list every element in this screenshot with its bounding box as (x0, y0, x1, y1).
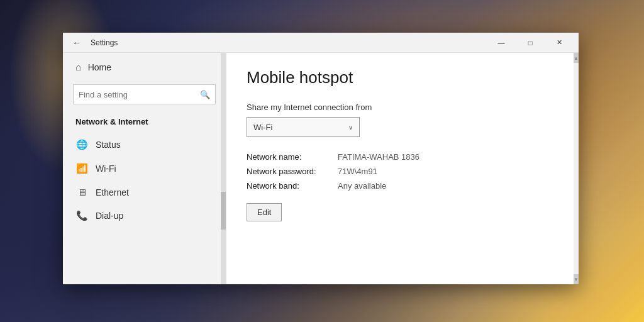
edit-button[interactable]: Edit (247, 203, 282, 221)
status-icon: 🌐 (75, 139, 88, 150)
network-band-key: Network band: (247, 181, 338, 191)
sidebar-item-dialup[interactable]: 📞 Dial-up (63, 204, 226, 228)
ethernet-label: Ethernet (96, 187, 129, 197)
sidebar: ⌂ Home 🔍 Network & Internet 🌐 Status 📶 W… (63, 53, 226, 284)
title-bar: ← Settings — □ ✕ (63, 33, 579, 53)
sidebar-category: Network & Internet (63, 112, 226, 133)
dialup-icon: 📞 (75, 210, 88, 221)
scroll-down-arrow[interactable]: ▼ (574, 274, 579, 284)
ethernet-icon: 🖥 (75, 187, 88, 197)
home-item[interactable]: ⌂ Home (63, 53, 226, 82)
sidebar-item-status[interactable]: 🌐 Status (63, 133, 226, 157)
search-input[interactable] (79, 90, 196, 99)
network-password-key: Network password: (247, 167, 338, 176)
share-connection-label: Share my Internet connection from (247, 103, 558, 112)
dropdown-arrow-icon: ∨ (348, 124, 353, 131)
connection-source-dropdown[interactable]: Wi-Fi ∨ (247, 117, 360, 137)
back-button[interactable]: ← (68, 34, 86, 52)
window-title: Settings (91, 38, 487, 47)
page-title: Mobile hotspot (247, 68, 558, 87)
network-info-section: Network name: FATIMA-WAHAB 1836 Network … (247, 152, 558, 191)
sidebar-scrollbar[interactable] (221, 53, 226, 284)
network-name-key: Network name: (247, 152, 338, 162)
minimize-button[interactable]: — (487, 33, 516, 53)
status-label: Status (96, 140, 121, 150)
settings-window: ← Settings — □ ✕ ⌂ Home 🔍 Network & Inte… (63, 33, 579, 284)
close-button[interactable]: ✕ (545, 33, 574, 53)
home-icon: ⌂ (75, 62, 82, 73)
maximize-button[interactable]: □ (516, 33, 545, 53)
home-label: Home (88, 62, 111, 72)
network-band-value: Any available (338, 181, 386, 191)
sidebar-item-ethernet[interactable]: 🖥 Ethernet (63, 180, 226, 204)
network-password-row: Network password: 71W\4m91 (247, 167, 558, 176)
wifi-label: Wi-Fi (96, 164, 116, 174)
main-scrollbar[interactable]: ▲ ▼ (574, 53, 579, 284)
scroll-up-arrow[interactable]: ▲ (574, 53, 579, 63)
sidebar-scrollbar-thumb (221, 192, 226, 230)
dialup-label: Dial-up (96, 211, 123, 221)
network-password-value: 71W\4m91 (338, 167, 377, 176)
sidebar-item-wifi[interactable]: 📶 Wi-Fi (63, 157, 226, 180)
window-body: ⌂ Home 🔍 Network & Internet 🌐 Status 📶 W… (63, 53, 579, 284)
search-box[interactable]: 🔍 (73, 84, 216, 104)
main-content: Mobile hotspot Share my Internet connect… (226, 53, 579, 284)
network-name-value: FATIMA-WAHAB 1836 (338, 152, 419, 162)
network-band-row: Network band: Any available (247, 181, 558, 191)
dropdown-selected-value: Wi-Fi (253, 123, 272, 132)
network-name-row: Network name: FATIMA-WAHAB 1836 (247, 152, 558, 162)
window-controls: — □ ✕ (487, 33, 574, 53)
search-icon: 🔍 (200, 90, 210, 99)
wifi-icon: 📶 (75, 163, 88, 174)
